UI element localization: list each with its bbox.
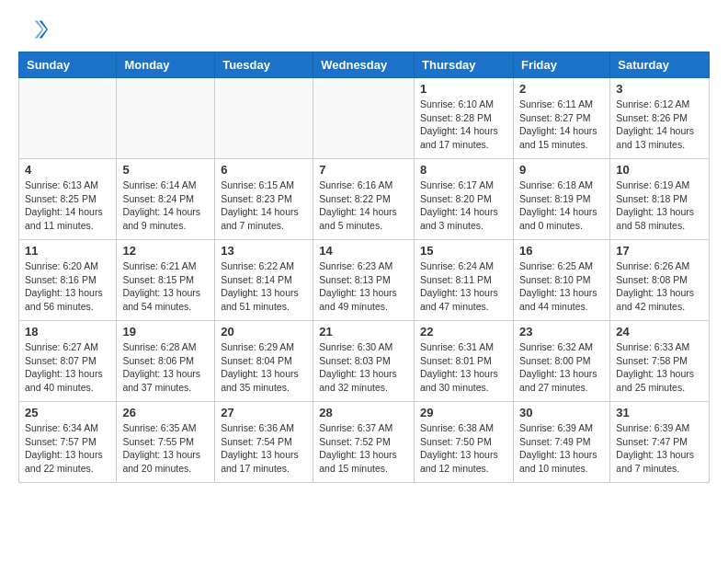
calendar-cell: 23Sunrise: 6:32 AM Sunset: 8:00 PM Dayli…	[513, 321, 609, 402]
day-info: Sunrise: 6:13 AM Sunset: 8:25 PM Dayligh…	[25, 178, 110, 233]
calendar-cell: 22Sunrise: 6:31 AM Sunset: 8:01 PM Dayli…	[415, 321, 514, 402]
calendar-cell: 7Sunrise: 6:16 AM Sunset: 8:22 PM Daylig…	[313, 159, 415, 240]
day-number: 9	[519, 163, 604, 177]
day-info: Sunrise: 6:24 AM Sunset: 8:11 PM Dayligh…	[420, 259, 507, 314]
day-info: Sunrise: 6:39 AM Sunset: 7:47 PM Dayligh…	[616, 421, 703, 476]
day-info: Sunrise: 6:11 AM Sunset: 8:27 PM Dayligh…	[519, 98, 604, 152]
day-info: Sunrise: 6:30 AM Sunset: 8:03 PM Dayligh…	[319, 340, 408, 395]
day-number: 25	[25, 406, 110, 419]
day-header-thursday: Thursday	[415, 52, 514, 78]
calendar-cell: 1Sunrise: 6:10 AM Sunset: 8:28 PM Daylig…	[415, 78, 514, 159]
day-info: Sunrise: 6:38 AM Sunset: 7:50 PM Dayligh…	[420, 421, 507, 476]
day-info: Sunrise: 6:18 AM Sunset: 8:19 PM Dayligh…	[519, 178, 604, 233]
page-header	[18, 15, 710, 44]
day-info: Sunrise: 6:16 AM Sunset: 8:22 PM Dayligh…	[319, 178, 408, 233]
day-info: Sunrise: 6:35 AM Sunset: 7:55 PM Dayligh…	[122, 421, 209, 476]
calendar-cell: 3Sunrise: 6:12 AM Sunset: 8:26 PM Daylig…	[610, 78, 710, 159]
day-number: 8	[420, 163, 507, 177]
day-number: 29	[420, 406, 507, 419]
day-header-sunday: Sunday	[19, 52, 117, 78]
calendar-cell: 24Sunrise: 6:33 AM Sunset: 7:58 PM Dayli…	[610, 321, 710, 402]
day-number: 26	[122, 406, 209, 419]
day-header-wednesday: Wednesday	[313, 52, 415, 78]
day-number: 14	[319, 244, 408, 258]
calendar-cell: 17Sunrise: 6:26 AM Sunset: 8:08 PM Dayli…	[610, 240, 710, 321]
day-info: Sunrise: 6:36 AM Sunset: 7:54 PM Dayligh…	[221, 421, 307, 476]
calendar-cell: 8Sunrise: 6:17 AM Sunset: 8:20 PM Daylig…	[415, 159, 514, 240]
day-info: Sunrise: 6:37 AM Sunset: 7:52 PM Dayligh…	[319, 421, 408, 476]
day-info: Sunrise: 6:39 AM Sunset: 7:49 PM Dayligh…	[519, 421, 604, 476]
day-number: 20	[221, 325, 307, 339]
calendar-cell	[313, 78, 415, 159]
day-number: 2	[519, 82, 604, 96]
day-number: 3	[616, 82, 703, 96]
day-number: 11	[25, 244, 110, 258]
day-header-friday: Friday	[513, 52, 609, 78]
calendar-cell: 5Sunrise: 6:14 AM Sunset: 8:24 PM Daylig…	[117, 159, 215, 240]
day-info: Sunrise: 6:27 AM Sunset: 8:07 PM Dayligh…	[25, 340, 110, 395]
day-info: Sunrise: 6:14 AM Sunset: 8:24 PM Dayligh…	[122, 178, 209, 233]
day-number: 7	[319, 163, 408, 177]
calendar-cell: 14Sunrise: 6:23 AM Sunset: 8:13 PM Dayli…	[313, 240, 415, 321]
calendar-cell	[215, 78, 313, 159]
calendar-cell: 19Sunrise: 6:28 AM Sunset: 8:06 PM Dayli…	[117, 321, 215, 402]
calendar-table: SundayMondayTuesdayWednesdayThursdayFrid…	[18, 52, 710, 483]
calendar-week-row: 25Sunrise: 6:34 AM Sunset: 7:57 PM Dayli…	[19, 402, 710, 483]
day-number: 13	[221, 244, 307, 258]
logo	[18, 15, 51, 44]
day-info: Sunrise: 6:15 AM Sunset: 8:23 PM Dayligh…	[221, 178, 307, 233]
calendar-cell: 18Sunrise: 6:27 AM Sunset: 8:07 PM Dayli…	[19, 321, 117, 402]
calendar-week-row: 1Sunrise: 6:10 AM Sunset: 8:28 PM Daylig…	[19, 78, 710, 159]
calendar-cell: 13Sunrise: 6:22 AM Sunset: 8:14 PM Dayli…	[215, 240, 313, 321]
calendar-cell: 31Sunrise: 6:39 AM Sunset: 7:47 PM Dayli…	[610, 402, 710, 483]
day-number: 15	[420, 244, 507, 258]
day-info: Sunrise: 6:34 AM Sunset: 7:57 PM Dayligh…	[25, 421, 110, 476]
day-number: 5	[122, 163, 209, 177]
day-header-saturday: Saturday	[610, 52, 710, 78]
day-info: Sunrise: 6:26 AM Sunset: 8:08 PM Dayligh…	[616, 259, 703, 314]
day-number: 1	[420, 82, 507, 96]
day-number: 18	[25, 325, 110, 339]
calendar-cell: 16Sunrise: 6:25 AM Sunset: 8:10 PM Dayli…	[513, 240, 609, 321]
calendar-cell: 11Sunrise: 6:20 AM Sunset: 8:16 PM Dayli…	[19, 240, 117, 321]
day-info: Sunrise: 6:31 AM Sunset: 8:01 PM Dayligh…	[420, 340, 507, 395]
generalblue-logo-icon	[18, 15, 48, 44]
day-number: 21	[319, 325, 408, 339]
calendar-cell: 15Sunrise: 6:24 AM Sunset: 8:11 PM Dayli…	[415, 240, 514, 321]
day-number: 12	[122, 244, 209, 258]
day-info: Sunrise: 6:17 AM Sunset: 8:20 PM Dayligh…	[420, 178, 507, 233]
calendar-cell: 10Sunrise: 6:19 AM Sunset: 8:18 PM Dayli…	[610, 159, 710, 240]
calendar-week-row: 4Sunrise: 6:13 AM Sunset: 8:25 PM Daylig…	[19, 159, 710, 240]
day-info: Sunrise: 6:25 AM Sunset: 8:10 PM Dayligh…	[519, 259, 604, 314]
calendar-week-row: 11Sunrise: 6:20 AM Sunset: 8:16 PM Dayli…	[19, 240, 710, 321]
calendar-cell: 30Sunrise: 6:39 AM Sunset: 7:49 PM Dayli…	[513, 402, 609, 483]
day-number: 30	[519, 406, 604, 419]
day-info: Sunrise: 6:29 AM Sunset: 8:04 PM Dayligh…	[221, 340, 307, 395]
day-info: Sunrise: 6:19 AM Sunset: 8:18 PM Dayligh…	[616, 178, 703, 233]
day-info: Sunrise: 6:28 AM Sunset: 8:06 PM Dayligh…	[122, 340, 209, 395]
day-number: 27	[221, 406, 307, 419]
calendar-cell: 6Sunrise: 6:15 AM Sunset: 8:23 PM Daylig…	[215, 159, 313, 240]
calendar-cell: 29Sunrise: 6:38 AM Sunset: 7:50 PM Dayli…	[415, 402, 514, 483]
calendar-cell: 12Sunrise: 6:21 AM Sunset: 8:15 PM Dayli…	[117, 240, 215, 321]
day-number: 4	[25, 163, 110, 177]
day-info: Sunrise: 6:21 AM Sunset: 8:15 PM Dayligh…	[122, 259, 209, 314]
day-header-tuesday: Tuesday	[215, 52, 313, 78]
day-info: Sunrise: 6:33 AM Sunset: 7:58 PM Dayligh…	[616, 340, 703, 395]
day-number: 6	[221, 163, 307, 177]
calendar-cell: 2Sunrise: 6:11 AM Sunset: 8:27 PM Daylig…	[513, 78, 609, 159]
calendar-cell: 20Sunrise: 6:29 AM Sunset: 8:04 PM Dayli…	[215, 321, 313, 402]
day-number: 19	[122, 325, 209, 339]
day-number: 10	[616, 163, 703, 177]
calendar-cell: 21Sunrise: 6:30 AM Sunset: 8:03 PM Dayli…	[313, 321, 415, 402]
day-number: 16	[519, 244, 604, 258]
day-info: Sunrise: 6:12 AM Sunset: 8:26 PM Dayligh…	[616, 98, 703, 152]
day-info: Sunrise: 6:22 AM Sunset: 8:14 PM Dayligh…	[221, 259, 307, 314]
day-number: 23	[519, 325, 604, 339]
day-number: 22	[420, 325, 507, 339]
calendar-cell: 25Sunrise: 6:34 AM Sunset: 7:57 PM Dayli…	[19, 402, 117, 483]
calendar-cell: 4Sunrise: 6:13 AM Sunset: 8:25 PM Daylig…	[19, 159, 117, 240]
day-number: 17	[616, 244, 703, 258]
calendar-cell: 27Sunrise: 6:36 AM Sunset: 7:54 PM Dayli…	[215, 402, 313, 483]
day-info: Sunrise: 6:20 AM Sunset: 8:16 PM Dayligh…	[25, 259, 110, 314]
